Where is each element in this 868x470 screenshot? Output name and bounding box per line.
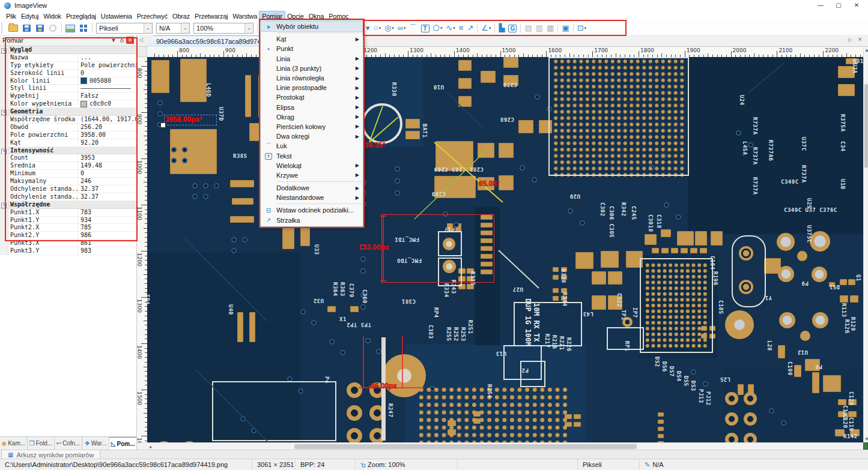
menu-widok[interactable]: Widok — [41, 11, 64, 21]
linked-circles-tool-button[interactable]: ∞▾ — [396, 23, 408, 34]
menu-item-linia[interactable]: Linia▶ — [261, 54, 363, 64]
open-file-button[interactable] — [7, 23, 20, 34]
property-value[interactable]: ... — [78, 54, 136, 61]
property-row[interactable]: Punkt2.Y986 — [0, 232, 136, 240]
menu-item-okrąg[interactable]: Okrąg▶ — [261, 112, 363, 122]
menu-warstwa[interactable]: Warstwa — [230, 11, 259, 21]
property-section[interactable]: -Geometria — [0, 108, 136, 116]
menu-przechwy-[interactable]: Przechwyć — [135, 11, 170, 21]
property-row[interactable]: Maksymalny246 — [0, 178, 136, 185]
tab-close-button[interactable]: ✕ — [858, 37, 863, 43]
grid-tool-button[interactable]: G — [506, 25, 518, 32]
menu-item-linie-prostopadłe[interactable]: Linie prostopadłe▶ — [261, 83, 363, 92]
property-value[interactable]: Fałsz — [78, 92, 136, 100]
property-value[interactable]: 861 — [78, 240, 136, 247]
property-value[interactable]: 934 — [78, 217, 136, 224]
unit-select[interactable]: Pikseli⌄ — [96, 23, 153, 34]
menu-item-punkt[interactable]: ▪Punkt — [261, 44, 363, 53]
menu-item-elipsa[interactable]: Elipsa▶ — [261, 103, 363, 112]
clipboard-tool-button[interactable]: ▣ — [560, 23, 571, 34]
arc-tool-button[interactable]: ⌒ — [408, 23, 419, 34]
property-row[interactable]: Pole powierzchni3958.00 — [0, 131, 136, 139]
property-value[interactable]: 32.37 — [78, 193, 136, 200]
save-button[interactable] — [20, 23, 33, 34]
scroll-down-icon[interactable]: ▼ — [864, 436, 868, 442]
panel-close-button[interactable]: ✕ — [126, 37, 134, 44]
more-dropdown-button[interactable]: ▾ — [364, 23, 372, 34]
menu-przetwarzaj[interactable]: Przetwarzaj — [192, 11, 230, 21]
property-value[interactable]: 783 — [78, 209, 136, 216]
vertical-scroll-thumb[interactable] — [864, 84, 868, 168]
property-value[interactable]: 3953 — [78, 154, 136, 161]
concentric-circles-tool-button[interactable]: ◎▾ — [383, 23, 396, 34]
menu-item-wielokąt[interactable]: Wielokąt▶ — [261, 161, 363, 170]
export-tool-button[interactable]: ⊡▾ — [575, 23, 588, 34]
maximize-button[interactable]: ▢ — [830, 0, 848, 11]
property-row[interactable]: WypełnijFałsz — [0, 92, 136, 100]
menu-item-linia-3-punkty-[interactable]: Linia (3 punkty)▶ — [261, 64, 363, 73]
menu-item-kąt[interactable]: Kąt▶ — [261, 34, 363, 44]
panel-menu-button[interactable]: ▼ — [109, 37, 118, 43]
capture-button[interactable] — [46, 23, 59, 34]
curve-tool-button[interactable]: ∿▾ — [444, 23, 457, 34]
menu-item-dodatkowe[interactable]: Dodatkowe▶ — [261, 183, 363, 193]
property-row[interactable]: Typ etykietyPole powierzchni — [0, 62, 136, 70]
na-select[interactable]: N/A⌄ — [156, 23, 190, 34]
property-row[interactable]: Punkt1.Y934 — [0, 217, 136, 224]
property-row[interactable]: Kąt92.20 — [0, 139, 136, 147]
property-value[interactable]: 3958.00 — [78, 131, 136, 139]
menu-item-prostokąt[interactable]: Prostokąt▶ — [261, 92, 363, 102]
property-row[interactable]: Count3953 — [0, 154, 136, 162]
menu-item-dwa-okręgi[interactable]: Dwa okręgi▶ — [261, 131, 363, 141]
property-value[interactable]: 0 — [78, 70, 136, 77]
menu-ustawienia[interactable]: Ustawienia — [99, 11, 135, 21]
property-value[interactable]: c0c0c0 — [78, 100, 136, 107]
dock-tab-cofn[interactable]: ↩Cofn... — [55, 437, 82, 450]
property-value[interactable]: 92.20 — [78, 139, 136, 146]
histogram-tool-button[interactable]: ▙ — [497, 23, 506, 34]
pin-icon[interactable]: ⚲ — [118, 37, 126, 43]
minimize-button[interactable]: — — [812, 0, 830, 11]
property-value[interactable]: 149.48 — [78, 162, 136, 169]
property-row[interactable]: Punkt1.X783 — [0, 209, 136, 217]
menu-item-linia-równoległa[interactable]: Linia równoległa▶ — [261, 73, 363, 83]
property-row[interactable]: Współrzędne środka(1644.00, 1917.00) — [0, 116, 136, 124]
scroll-left-icon[interactable]: ◂ — [149, 444, 151, 450]
close-button[interactable]: ✕ — [848, 0, 866, 11]
menu-edytuj[interactable]: Edytuj — [19, 11, 41, 21]
dock-tab-fold[interactable]: ❐Fold... — [28, 437, 55, 450]
menu-item-wstaw-odcinek-podziałki-[interactable]: ⊟Wstaw odcinek podziałki... — [261, 205, 363, 215]
property-row[interactable]: Styl linii — [0, 85, 136, 92]
menu-item-strzałka[interactable]: ↗Strzałka — [261, 215, 363, 225]
menu-item-pierścień-kołowy[interactable]: Pierścień kołowy▶ — [261, 122, 363, 131]
property-value[interactable]: 986 — [78, 232, 136, 239]
horizontal-scrollbar[interactable]: ◂ — [137, 442, 863, 450]
menu-przegl-daj[interactable]: Przeglądaj — [64, 11, 99, 21]
navigator-button[interactable] — [863, 442, 868, 450]
tab-next-button[interactable]: ▷ — [848, 37, 852, 43]
property-section[interactable]: -Intensywność — [0, 147, 136, 155]
property-row[interactable]: Obwód256.20 — [0, 124, 136, 131]
scroll-up-icon[interactable]: ▲ — [864, 47, 868, 53]
dock-tab-kam[interactable]: ◉Kam... — [0, 437, 28, 450]
property-row[interactable]: Nazwa... — [0, 54, 136, 62]
arrow-tool-button[interactable]: ↗ — [465, 23, 475, 34]
menu-item-łuk[interactable]: ⌒Łuk — [261, 141, 363, 151]
menu-item-krzywe[interactable]: Krzywe▶ — [261, 170, 363, 180]
menu-plik[interactable]: Plik — [4, 11, 19, 21]
image-tab[interactable]: 90e966a3acc59c98c617aca89d974419.png — [147, 35, 269, 47]
property-section[interactable]: -Wygląd — [0, 46, 136, 54]
property-row[interactable]: Odchylenie standa...32.37 — [0, 185, 136, 193]
property-section[interactable]: -Współrzędne — [0, 201, 136, 209]
property-value[interactable]: 785 — [78, 224, 136, 231]
ellipse-tool-button[interactable]: ○▾ — [372, 23, 383, 34]
thumbnail-grid-button[interactable] — [77, 23, 90, 34]
menu-obraz[interactable]: Obraz — [170, 11, 192, 21]
save-as-button[interactable] — [33, 23, 46, 34]
property-row[interactable]: Średnia149.48 — [0, 162, 136, 170]
property-row[interactable]: Minimum0 — [0, 170, 136, 178]
menu-item-wybór-obiektu[interactable]: ➤Wybór obiektu — [261, 22, 363, 31]
property-value[interactable]: 256.20 — [78, 124, 136, 131]
text-tool-button[interactable]: T — [419, 25, 431, 32]
dock-tab-pom[interactable]: ◺Pom... — [109, 437, 137, 450]
